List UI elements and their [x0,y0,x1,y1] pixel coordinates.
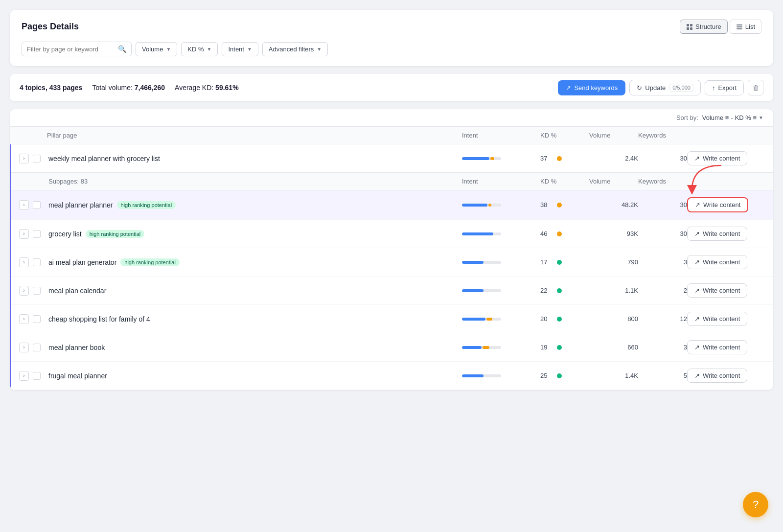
refresh-icon: ↻ [637,84,642,92]
delete-btn[interactable]: 🗑 [748,80,763,95]
intent-filter-btn[interactable]: Intent ▼ [222,42,258,56]
write-btn-0[interactable]: ↗ Write content [687,197,748,212]
subpages-kd-col: KD % [540,178,589,185]
write-btn-cell-3: ↗ Write content [687,283,765,298]
intent-cell-2 [462,261,540,264]
pillar-keywords: 30 [638,155,687,162]
kd-cell-0: 38 [540,201,589,208]
kd-cell-2: 17 [540,258,589,266]
volume-3: 1.1K [589,287,638,294]
list-icon [736,23,743,30]
kd-filter-btn[interactable]: KD % ▼ [181,42,218,56]
pillar-row-controls: › [19,154,48,163]
row-expand-btn-0[interactable]: › [19,200,29,210]
kd-dot-2 [557,260,562,265]
subpage-rows: › meal planner planner high ranking pote… [11,190,773,390]
write-icon-4: ↗ [694,315,700,323]
write-btn-4[interactable]: ↗ Write content [687,312,747,326]
kd-cell-3: 22 [540,287,589,294]
table-column-headers: Pillar page Intent KD % Volume Keywords [10,127,773,144]
write-btn-5[interactable]: ↗ Write content [687,340,747,354]
high-ranking-tag-1: high ranking potential [86,230,145,238]
keywords-6: 5 [638,372,687,379]
keywords-4: 12 [638,315,687,323]
volume-2: 790 [589,258,638,266]
update-btn[interactable]: ↻ Update 0/5,000 [629,80,701,95]
list-view-btn[interactable]: List [730,20,761,34]
pillar-kd-dot [557,156,562,161]
page-title: Pages Details [22,22,79,32]
kd-dot-0 [557,203,562,208]
subpage-name-2: ai meal plan generator high ranking pote… [48,258,462,266]
write-btn-6[interactable]: ↗ Write content [687,369,747,383]
row-checkbox-6[interactable] [33,372,41,380]
intent-bar-3 [462,289,501,292]
intent-cell-0 [462,204,540,207]
sort-selector[interactable]: Volume ≡ - KD % ≡ ▼ [702,114,763,121]
sort-chevron-icon: ▼ [759,115,763,120]
kd-dot-5 [557,345,562,350]
kd-cell-4: 20 [540,315,589,323]
pillar-write-btn[interactable]: ↗ Write content [687,151,747,165]
row-controls-2: › [19,257,48,267]
pillar-expand-btn[interactable]: › [19,154,29,163]
sort-volume-label: Volume ≡ [702,114,729,121]
high-ranking-tag-0: high ranking potential [117,201,176,209]
advanced-chevron-icon: ▼ [317,46,322,52]
volume-0: 48.2K [589,201,638,208]
pillar-checkbox[interactable] [33,155,41,162]
subpage-name-4: cheap shopping list for family of 4 [48,315,462,323]
row-checkbox-2[interactable] [33,258,41,266]
structure-icon [686,23,693,30]
volume-5: 660 [589,344,638,351]
pillar-intent-cell [462,157,540,160]
row-controls-6: › [19,371,48,381]
svg-rect-1 [690,24,692,26]
row-expand-btn-6[interactable]: › [19,371,29,381]
search-box[interactable]: 🔍 [22,42,132,56]
row-expand-btn-1[interactable]: › [19,229,29,239]
row-checkbox-5[interactable] [33,344,41,351]
subpage-name-3: meal plan calendar [48,287,462,295]
row-expand-btn-5[interactable]: › [19,343,29,352]
subpages-keywords-col: Keywords [638,178,687,185]
volume-filter-btn[interactable]: Volume ▼ [136,42,177,56]
col-intent: Intent [462,132,540,139]
col-pillar-page: Pillar page [47,132,462,139]
subpages-intent-col: Intent [462,178,540,185]
subpage-name-6: frugal meal planner [48,372,462,380]
write-icon-2: ↗ [694,258,700,266]
stats-left: 4 topics, 433 pages Total volume: 7,466,… [20,84,239,92]
advanced-filter-btn[interactable]: Advanced filters ▼ [262,42,328,56]
row-expand-btn-2[interactable]: › [19,257,29,267]
export-btn[interactable]: ↑ Export [705,80,744,95]
volume-4: 800 [589,315,638,323]
write-icon-3: ↗ [694,287,700,294]
write-icon: ↗ [694,155,700,162]
intent-bar-1 [462,232,501,235]
structure-view-btn[interactable]: Structure [680,20,728,34]
write-btn-2[interactable]: ↗ Write content [687,255,747,269]
search-input[interactable] [27,46,115,53]
row-controls-3: › [19,286,48,296]
intent-bar-0 [462,204,501,207]
row-checkbox-0[interactable] [33,201,41,209]
intent-cell-4 [462,318,540,321]
send-keywords-btn[interactable]: ↗ Send keywords [558,80,625,95]
row-expand-btn-4[interactable]: › [19,314,29,324]
row-checkbox-4[interactable] [33,315,41,323]
write-btn-3[interactable]: ↗ Write content [687,283,747,298]
structure-view-label: Structure [695,23,721,30]
row-checkbox-3[interactable] [33,287,41,295]
write-btn-1[interactable]: ↗ Write content [687,227,747,241]
table-container: Sort by: Volume ≡ - KD % ≡ ▼ Pillar page… [10,109,773,390]
write-icon-5: ↗ [694,344,700,351]
svg-rect-0 [687,24,689,26]
col-keywords: Keywords [638,132,687,139]
send-icon: ↗ [566,84,571,92]
row-checkbox-1[interactable] [33,230,41,238]
subpage-name-5: meal planner book [48,344,462,351]
row-expand-btn-3[interactable]: › [19,286,29,296]
col-kd: KD % [540,132,589,139]
intent-cell-3 [462,289,540,292]
